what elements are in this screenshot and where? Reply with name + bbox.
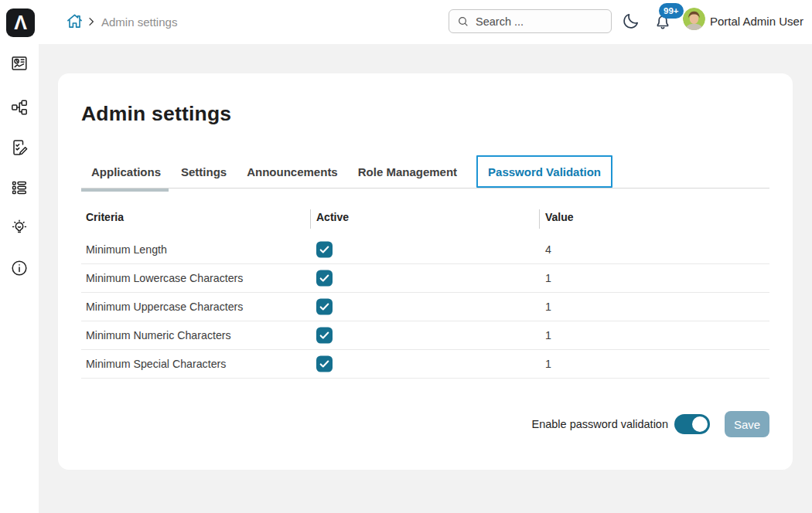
value-cell: 1 [545, 358, 551, 370]
dark-mode-toggle[interactable] [622, 12, 640, 30]
sidebar-item-ideas[interactable] [10, 219, 29, 237]
check-icon [316, 270, 333, 287]
content-area: Admin settings Applications Settings Ann… [39, 44, 812, 513]
column-header-value: Value [545, 211, 574, 223]
enable-validation-toggle[interactable] [674, 414, 710, 434]
table-row: Minimum Numeric Characters 1 [81, 321, 769, 350]
table-row: Minimum Lowercase Characters 1 [81, 264, 769, 293]
criteria-cell: Minimum Length [86, 243, 167, 256]
sidebar-item-dashboard[interactable] [10, 54, 29, 73]
table-row: Minimum Uppercase Characters 1 [81, 293, 769, 321]
sidebar: Λ [0, 0, 39, 513]
column-header-active: Active [316, 211, 349, 223]
check-icon [316, 299, 333, 315]
sidebar-item-info[interactable] [10, 259, 29, 277]
save-button[interactable]: Save [725, 411, 769, 437]
criteria-cell: Minimum Special Characters [86, 358, 226, 370]
breadcrumb-home[interactable] [66, 12, 84, 30]
criteria-cell: Minimum Uppercase Characters [86, 301, 243, 313]
value-cell: 1 [545, 301, 551, 313]
topbar: Admin settings 99+ Portal Admin User [39, 0, 812, 44]
tab-applications[interactable]: Applications [81, 155, 171, 188]
list-icon [10, 178, 29, 197]
tab-scroll-indicator [81, 189, 169, 192]
table-row: Minimum Special Characters 1 [81, 350, 769, 379]
tab-strip: Applications Settings Announcements Role… [81, 155, 769, 189]
check-icon [316, 242, 333, 258]
value-cell: 1 [545, 272, 551, 284]
table-row: Minimum Length 4 [81, 236, 769, 264]
tab-role-management[interactable]: Role Management [348, 155, 467, 188]
lightbulb-icon [10, 219, 29, 237]
document-edit-icon [10, 138, 29, 157]
check-icon [316, 328, 333, 344]
home-icon [66, 12, 84, 30]
moon-icon [622, 12, 640, 30]
password-criteria-table: Criteria Active Value Minimum Length 4 M… [81, 205, 769, 379]
dashboard-report-icon [10, 54, 29, 73]
active-checkbox[interactable] [316, 328, 333, 344]
criteria-cell: Minimum Numeric Characters [86, 329, 231, 341]
value-cell: 4 [545, 243, 551, 256]
toggle-label: Enable password validation [531, 418, 668, 430]
chevron-right-icon [86, 16, 97, 27]
column-header-criteria: Criteria [86, 211, 124, 223]
tab-settings[interactable]: Settings [171, 155, 237, 188]
search-input[interactable] [476, 15, 599, 28]
admin-settings-card: Admin settings Applications Settings Ann… [58, 73, 793, 470]
search-icon [457, 15, 469, 28]
active-checkbox[interactable] [316, 270, 333, 287]
table-header: Criteria Active Value [81, 205, 769, 236]
breadcrumb-current: Admin settings [101, 15, 177, 29]
active-checkbox[interactable] [316, 299, 333, 315]
hierarchy-icon [10, 98, 29, 117]
user-name[interactable]: Portal Admin User [710, 15, 803, 28]
column-separator [539, 209, 540, 229]
tab-password-validation[interactable]: Password Validation [476, 155, 612, 188]
page-title: Admin settings [81, 102, 231, 126]
sidebar-item-document-edit[interactable] [10, 138, 29, 157]
notification-badge: 99+ [659, 3, 684, 19]
sidebar-item-list[interactable] [10, 178, 29, 197]
tab-announcements[interactable]: Announcements [237, 155, 348, 188]
active-checkbox[interactable] [316, 356, 333, 372]
info-icon [10, 259, 29, 277]
app-logo[interactable]: Λ [6, 8, 35, 37]
avatar-image [683, 8, 705, 30]
column-separator [310, 209, 311, 229]
user-avatar[interactable] [683, 8, 705, 30]
value-cell: 1 [545, 329, 551, 341]
check-icon [316, 356, 333, 372]
footer-controls: Enable password validation Save [531, 411, 769, 437]
sidebar-item-hierarchy[interactable] [10, 98, 29, 117]
criteria-cell: Minimum Lowercase Characters [86, 272, 243, 284]
toggle-knob [692, 416, 708, 432]
search-box [449, 9, 612, 33]
active-checkbox[interactable] [316, 242, 333, 258]
